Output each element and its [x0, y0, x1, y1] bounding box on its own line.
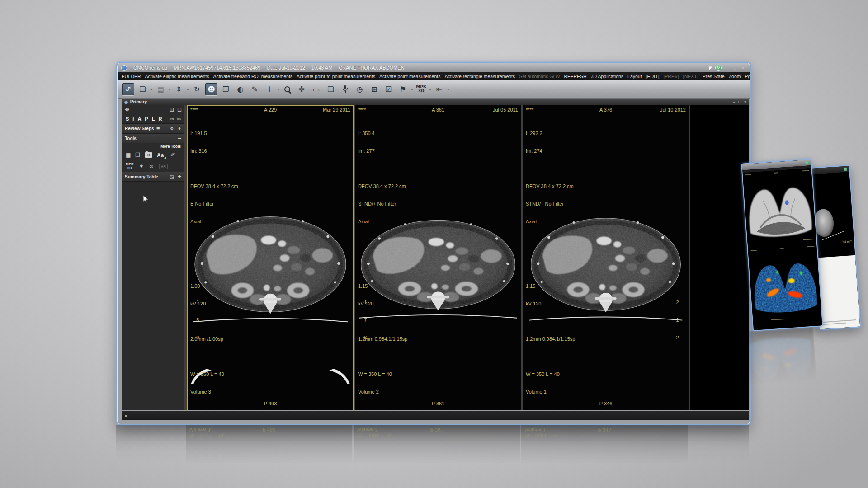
layout-select-icon[interactable]: ❏ — [137, 83, 149, 95]
sync-status-icon[interactable]: ↻ — [715, 65, 722, 71]
titlebar-controls: ◤ ↻ − □ × — [709, 65, 746, 71]
panel-minimize-button[interactable]: − — [733, 100, 735, 104]
review-steps-header[interactable]: Review Steps ≡ ⚙ + — [122, 123, 184, 133]
scroll-slices-icon[interactable]: ⇕ — [173, 83, 185, 95]
summary-chart-icon[interactable]: ▦ — [126, 152, 131, 158]
minimize-button[interactable]: − — [724, 66, 730, 70]
fit-to-window-icon[interactable]: ⇕ — [122, 83, 134, 95]
dropdown-dot[interactable] — [411, 89, 413, 90]
menu-pg-format[interactable]: Pg Format — [745, 74, 750, 79]
camera-capture-icon[interactable] — [145, 152, 152, 158]
patient-mrn: MRN:AW1617459714.615.1308852469 — [174, 65, 260, 70]
panel-close-button[interactable]: × — [744, 100, 746, 104]
dropdown-dot[interactable] — [169, 89, 170, 90]
title-bar[interactable]: ONCO reins gg MRN:AW1617459714.615.13088… — [118, 63, 750, 72]
hanging-protocol-icon[interactable]: ⊞ — [170, 107, 174, 113]
bookmark-icon[interactable]: ⚑ — [397, 83, 409, 95]
hide-patient-info-icon[interactable]: ☻ — [205, 83, 217, 95]
panel-icon: ◉ — [124, 100, 128, 104]
close-button[interactable]: × — [741, 66, 746, 70]
export-table-icon[interactable]: ◳ — [170, 174, 174, 179]
orientation-a-button[interactable]: A — [137, 116, 141, 122]
menu-point-measurements[interactable]: Activate point measurements — [379, 74, 440, 79]
flag-corner-icon[interactable]: ◤ — [709, 66, 712, 70]
save-protocol-icon[interactable]: ⊟ — [177, 107, 182, 113]
scan-artifact-line — [566, 344, 645, 344]
menu-refresh[interactable]: REFRESH — [564, 74, 587, 79]
reference-lines-icon[interactable]: ✛ — [263, 83, 275, 95]
lasso-roi-icon[interactable]: ✐ — [170, 152, 175, 158]
mpr-3d-button[interactable]: MPR3D — [415, 83, 427, 95]
microphone-icon[interactable] — [339, 83, 351, 95]
summary-table-label: Summary Table — [125, 174, 158, 179]
dropdown-dot[interactable] — [429, 89, 431, 90]
orientation-i-button[interactable]: I — [132, 116, 134, 122]
exit-viewer-icon[interactable]: ⇤ — [433, 83, 445, 95]
dropdown-dot[interactable] — [278, 89, 279, 90]
menu-elliptic-measurements[interactable]: Activate elliptic measurements — [145, 74, 209, 79]
add-review-step-icon[interactable]: + — [177, 125, 182, 131]
add-table-row-icon[interactable]: + — [177, 174, 182, 180]
annotate-icon[interactable]: ✎ — [249, 83, 261, 95]
collapse-tools-icon[interactable]: − — [177, 135, 182, 141]
bg2-reflection — [811, 327, 855, 384]
mpr-3d-tool-icon[interactable]: MPR3D — [126, 163, 134, 170]
magic-wand-icon[interactable]: ✶ — [139, 163, 144, 169]
magnify-icon[interactable] — [281, 83, 293, 95]
background-window-1[interactable] — [741, 159, 823, 331]
panel-maximize-button[interactable]: □ — [738, 100, 741, 104]
menu-rectangle-measurements[interactable]: Activate rectangle measurements — [444, 74, 515, 79]
orientation-p-button[interactable]: P — [145, 116, 148, 122]
viewport-3[interactable]: **** A 376 Jul 10 2012 I: 292.2 Im: 274 … — [523, 105, 689, 410]
rotate-image-icon[interactable]: ↻ — [191, 83, 203, 95]
status-bar: ⇤ — [122, 411, 749, 420]
pan-icon[interactable]: ✜ — [296, 83, 308, 95]
dropdown-dot[interactable] — [151, 89, 152, 90]
cut-plane-icon[interactable]: ✂ — [170, 117, 174, 122]
dropdown-dot[interactable] — [448, 89, 449, 90]
copy-image-icon[interactable]: ❐ — [220, 83, 232, 95]
toolbar: ⇕ ❏ ▦ ⇕ ↻ ☻ ❐ ◐ ✎ ✛ ✜ ▭ ❑ ◷ ⊞ ☑ ⚑ MPR3D … — [118, 80, 750, 99]
breast-parametric-map — [748, 244, 821, 324]
study-date: Date:Jul-10-2012 — [267, 65, 305, 70]
panel-title: Primary — [130, 99, 147, 104]
menu-3d-applications[interactable]: 3D Applications — [591, 74, 623, 79]
viewport-1[interactable]: **** A 229 Mar 29 2011 I: 191.5 Im: 316 … — [187, 105, 354, 410]
reflection-text: Volume 2W = 350 L = 40 — [357, 427, 391, 438]
menu-set-automatic-glw: Set automatic GLW — [519, 74, 560, 79]
cine-timer-icon[interactable]: ◷ — [354, 83, 366, 95]
copy-series-icon[interactable]: ❐ — [135, 152, 140, 158]
window-level-icon[interactable]: ◐ — [234, 83, 246, 95]
orientation-flower-icon[interactable]: ❋ — [125, 107, 129, 113]
dropdown-dot[interactable] — [187, 89, 189, 90]
review-settings-gear-icon[interactable]: ⚙ — [170, 126, 174, 131]
bg1-mri-panel — [743, 168, 816, 249]
cut-plane-alt-icon[interactable]: ✄ — [177, 117, 181, 122]
menu-pres-state[interactable]: Pres State — [703, 74, 725, 79]
text-overlay-icon[interactable]: ⊞ — [368, 83, 380, 95]
menu-point-to-point-measurements[interactable]: Activate point-to-point measurements — [297, 74, 375, 79]
viewport-2[interactable]: **** A 361 Jul 05 2011 I: 350.4 Im: 277 … — [355, 105, 521, 410]
menu-folder[interactable]: FOLDER — [122, 74, 141, 79]
viewport-area: **** A 229 Mar 29 2011 I: 191.5 Im: 316 … — [187, 105, 749, 410]
primary-panel-bar[interactable]: ◉ Primary − □ × — [122, 99, 749, 105]
menu-layout[interactable]: Layout — [627, 74, 642, 79]
text-annotation-icon[interactable]: Aa◢ — [157, 151, 166, 159]
maximize-button[interactable]: □ — [732, 66, 738, 70]
reflection-text: P 493 — [186, 427, 352, 432]
orientation-l-button[interactable]: L — [152, 116, 155, 122]
report-icon[interactable]: ❑ — [325, 83, 337, 95]
measure-ruler-icon[interactable]: ▭ — [310, 83, 322, 95]
magnifier-glyph — [283, 85, 291, 93]
approve-pages-icon[interactable]: ☑ — [382, 83, 395, 95]
link-series-icon[interactable]: ∞ — [149, 163, 154, 169]
orientation-s-button[interactable]: S — [126, 116, 129, 122]
orientation-r-button[interactable]: R — [158, 116, 162, 122]
menu-zoom[interactable]: Zoom — [729, 74, 741, 79]
summary-table-header[interactable]: Summary Table ◳ + — [122, 172, 184, 182]
tools-header[interactable]: Tools − — [122, 133, 184, 143]
menu-edit[interactable]: [EDIT] — [646, 74, 660, 79]
more-tools-link[interactable]: More Tools — [122, 143, 184, 149]
exit-application-icon[interactable]: ⇤ — [125, 413, 129, 419]
menu-freehand-roi-measurements[interactable]: Activate freehand ROI measurements — [213, 74, 292, 79]
